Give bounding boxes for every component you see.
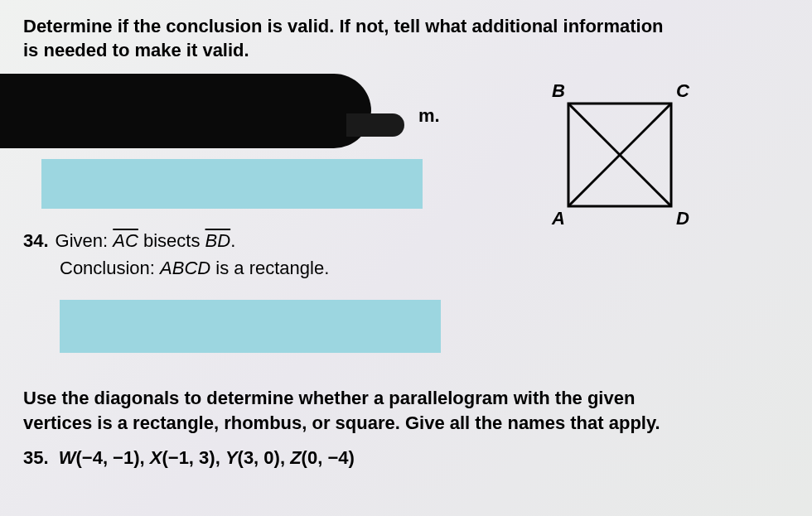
coords-z: (0, −4)	[302, 447, 355, 468]
obscured-text-suffix: m.	[418, 105, 440, 127]
conclusion-label: Conclusion:	[60, 258, 160, 278]
vertex-label-c: C	[676, 80, 689, 102]
coords-x: (−1, 3),	[162, 447, 225, 468]
bisects-text: bisects	[138, 230, 205, 251]
problem-35-number: 35.	[23, 447, 49, 468]
vertex-label-a: A	[552, 208, 565, 229]
instructions-block-1: Determine if the conclusion is valid. If…	[23, 15, 789, 62]
problem-35: 35. W(−4, −1), X(−1, 3), Y(3, 0), Z(0, −…	[23, 447, 789, 469]
pen-tip-icon	[346, 113, 404, 137]
segment-ac: AC	[113, 230, 138, 251]
vertex-x: X	[150, 447, 162, 468]
instructions-block-2: Use the diagonals to determine whether a…	[23, 386, 789, 435]
given-label: Given:	[56, 230, 114, 251]
problem-34-given: Given: AC bisects BD.	[56, 227, 236, 254]
vertex-z: Z	[290, 447, 301, 468]
left-column: m. 34. Given: AC bisects BD. Conclusion:…	[23, 69, 454, 353]
problem-34-given-line: 34. Given: AC bisects BD.	[23, 227, 454, 254]
coords-w: (−4, −1),	[75, 447, 149, 468]
figure-quadrilateral: B C A D	[537, 85, 703, 234]
problem-34: 34. Given: AC bisects BD. Conclusion: AB…	[23, 227, 454, 282]
pen-obscured-region: m.	[23, 74, 413, 152]
problem-34-number: 34.	[23, 227, 49, 254]
right-column: B C A D	[487, 69, 719, 234]
given-period: .	[230, 230, 235, 251]
instructions-2-line-1: Use the diagonals to determine whether a…	[23, 388, 635, 408]
shape-abcd: ABCD	[160, 258, 210, 278]
vertex-y: Y	[225, 447, 238, 468]
instructions-2-line-2: vertices is a rectangle, rhombus, or squ…	[23, 412, 660, 433]
vertex-label-d: D	[676, 208, 689, 229]
vertex-label-b: B	[552, 80, 565, 102]
problem-34-conclusion-line: Conclusion: ABCD is a rectangle.	[60, 254, 454, 282]
answer-input-box-33[interactable]	[41, 159, 423, 209]
coords-y: (3, 0),	[238, 447, 291, 468]
conclusion-rest: is a rectangle.	[210, 258, 329, 278]
instructions-1-line-2: is needed to make it valid.	[23, 40, 249, 60]
segment-bd: BD	[205, 230, 231, 251]
vertex-w: W	[59, 447, 76, 468]
answer-input-box-34[interactable]	[60, 300, 441, 353]
pen-body-icon	[0, 74, 371, 148]
instructions-1-line-1: Determine if the conclusion is valid. If…	[23, 16, 664, 36]
content-row: m. 34. Given: AC bisects BD. Conclusion:…	[23, 69, 789, 353]
